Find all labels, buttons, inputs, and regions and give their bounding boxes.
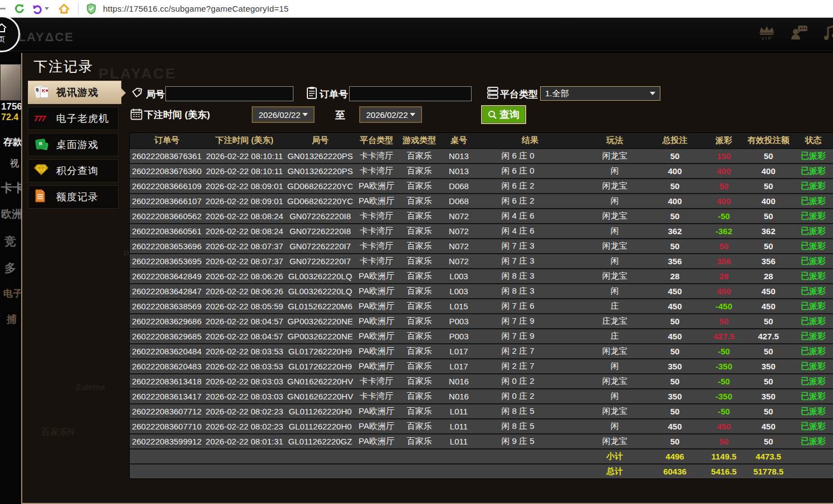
vip-icon[interactable]: VIP bbox=[758, 25, 775, 41]
background-fragment: 捕 bbox=[7, 313, 17, 326]
cell-result: 闲 0 庄 2 bbox=[477, 391, 559, 402]
cell-status: 已派彩 bbox=[793, 166, 833, 176]
order-no-label: 订单号 bbox=[320, 88, 348, 101]
cell-total-bet: 50 bbox=[646, 241, 704, 251]
platform-type-select[interactable]: 1.全部 bbox=[540, 86, 660, 101]
col-header-order-no: 订单号 bbox=[130, 135, 204, 146]
cell-result: 闲 7 庄 9 bbox=[477, 316, 559, 327]
cell-valid-bet: 450 bbox=[744, 286, 793, 296]
cell-table-no: D068 bbox=[441, 181, 477, 191]
round-no-input[interactable] bbox=[165, 86, 293, 101]
cell-payout: 50 bbox=[704, 181, 744, 191]
chevron-down-icon bbox=[302, 113, 308, 116]
music-icon[interactable] bbox=[823, 24, 833, 41]
cell-bet-time: 2026-02-22 08:06:26 bbox=[204, 286, 285, 296]
table-row: 2602220836428492026-02-22 08:06:26GL0032… bbox=[130, 268, 833, 283]
cell-round-no: GN013262220PS bbox=[285, 166, 355, 176]
cell-order-no: 260222083666109 bbox=[130, 181, 204, 191]
cell-table-no: P003 bbox=[441, 332, 477, 341]
menu-item-table-games[interactable]: R 桌面游戏 bbox=[28, 133, 119, 156]
menu-item-slots[interactable]: 777 电子老虎机 bbox=[28, 107, 119, 130]
round-no-label: 局号 bbox=[146, 88, 165, 101]
col-header-platform: 平台类型 bbox=[355, 135, 398, 146]
cell-result: 闲 2 庄 7 bbox=[477, 361, 559, 372]
cell-play-type: 闲龙宝 bbox=[584, 271, 646, 281]
cell-platform: PA欧洲厅 bbox=[355, 436, 398, 447]
cell-game-type: 百家乐 bbox=[398, 256, 441, 266]
cell-valid-bet: 450 bbox=[744, 302, 793, 311]
cell-payout: 400 bbox=[704, 196, 744, 206]
cell-platform: PA欧洲厅 bbox=[355, 346, 398, 357]
cell-result: 闲 7 庄 9 bbox=[477, 331, 559, 342]
cell-platform: 卡卡湾厅 bbox=[355, 226, 398, 236]
cell-total-bet: 50 bbox=[646, 211, 704, 221]
cell-order-no: 260222083629686 bbox=[130, 317, 204, 326]
bet-time-label: 下注时间 (美东) bbox=[144, 108, 210, 121]
background-fragment: 多 bbox=[4, 260, 16, 276]
table-row: 2602220836661072026-02-22 08:09:01GD0682… bbox=[130, 193, 833, 208]
order-no-input[interactable] bbox=[349, 86, 472, 101]
col-header-table-no: 桌号 bbox=[441, 135, 477, 146]
cell-platform: PA欧洲厅 bbox=[355, 331, 398, 342]
cell-round-no: GD068262220YC bbox=[285, 181, 355, 191]
undo-menu-caret[interactable] bbox=[45, 7, 49, 10]
cell-round-no: GD068262220YC bbox=[285, 196, 355, 206]
cell-game-type: 百家乐 bbox=[398, 196, 441, 206]
cell-status: 已派彩 bbox=[793, 406, 833, 417]
menu-item-points-query[interactable]: 积分查询 bbox=[28, 159, 119, 182]
cell-status: 已派彩 bbox=[793, 286, 833, 297]
cell-order-no: 260222083653695 bbox=[130, 256, 204, 266]
total-row: 总计 60436 5416.5 51778.5 bbox=[130, 463, 833, 478]
order-clipboard-icon bbox=[306, 86, 317, 102]
cell-total-bet: 50 bbox=[646, 377, 704, 386]
cell-bet-time: 2026-02-22 08:06:26 bbox=[204, 271, 285, 281]
cell-order-no: 260222083660562 bbox=[130, 211, 204, 221]
cell-round-no: GL011262220H0 bbox=[285, 422, 355, 431]
cell-result: 闲 2 庄 7 bbox=[477, 346, 559, 357]
col-header-result: 结果 bbox=[477, 135, 584, 146]
secure-shield-icon[interactable] bbox=[85, 3, 97, 15]
cell-table-no: N013 bbox=[441, 151, 477, 161]
cell-valid-bet: 400 bbox=[744, 196, 793, 206]
search-button[interactable]: 查询 bbox=[481, 105, 526, 124]
date-from-picker[interactable]: 2026/02/22 bbox=[252, 106, 315, 123]
cell-payout: -350 bbox=[704, 362, 744, 371]
bet-records-table: 订单号 下注时间 (美东) 局号 平台类型 游戏类型 桌号 结果 玩法 总投注 … bbox=[129, 132, 833, 479]
cell-bet-time: 2026-02-22 08:10:11 bbox=[204, 151, 285, 161]
url-text[interactable]: https://175616.cc/subgame?gameCategoryId… bbox=[103, 4, 288, 13]
menu-item-live-games[interactable]: 9K♥ 视讯游戏 bbox=[28, 81, 121, 104]
cell-table-no: L017 bbox=[441, 362, 477, 371]
cell-status: 已派彩 bbox=[793, 271, 833, 281]
background-fragment: 1756 bbox=[1, 101, 21, 112]
subtotal-bet: 4496 bbox=[646, 452, 704, 461]
cell-total-bet: 50 bbox=[646, 317, 704, 326]
home-badge-icon bbox=[0, 23, 7, 34]
cell-total-bet: 50 bbox=[646, 181, 704, 191]
cell-play-type: 闲 bbox=[584, 421, 646, 432]
cell-total-bet: 362 bbox=[646, 226, 704, 236]
cell-play-type: 庄 bbox=[584, 301, 646, 312]
home-icon[interactable] bbox=[58, 3, 70, 15]
refresh-icon[interactable] bbox=[13, 3, 26, 15]
cell-valid-bet: 50 bbox=[744, 377, 793, 386]
cell-game-type: 百家乐 bbox=[398, 331, 441, 342]
chevron-down-icon bbox=[410, 113, 415, 116]
cell-order-no: 260222083629685 bbox=[130, 332, 204, 341]
customer-service-icon[interactable] bbox=[790, 24, 808, 41]
cell-result: 闲 6 庄 0 bbox=[477, 151, 559, 161]
cell-game-type: 百家乐 bbox=[398, 346, 441, 357]
subtotal-row: 小计 4496 1149.5 4473.5 bbox=[130, 448, 833, 463]
menu-item-quota-records[interactable]: 额度记录 bbox=[28, 185, 119, 209]
back-icon[interactable] bbox=[0, 8, 6, 9]
cell-payout: -50 bbox=[704, 407, 744, 416]
cell-result: 闲 7 庄 3 bbox=[477, 256, 559, 266]
cards-icon: 9K♥ bbox=[34, 85, 51, 100]
cell-round-no: GP003262220NE bbox=[285, 332, 355, 341]
cell-bet-time: 2026-02-22 08:03:53 bbox=[204, 362, 285, 371]
undo-icon[interactable] bbox=[31, 3, 43, 15]
cell-order-no: 260222083620484 bbox=[130, 347, 204, 356]
cell-game-type: 百家乐 bbox=[398, 166, 441, 176]
cell-play-type: 庄龙宝 bbox=[584, 316, 646, 327]
cell-round-no: GN016262220HV bbox=[285, 377, 355, 386]
date-to-picker[interactable]: 2026/02/22 bbox=[359, 106, 422, 123]
